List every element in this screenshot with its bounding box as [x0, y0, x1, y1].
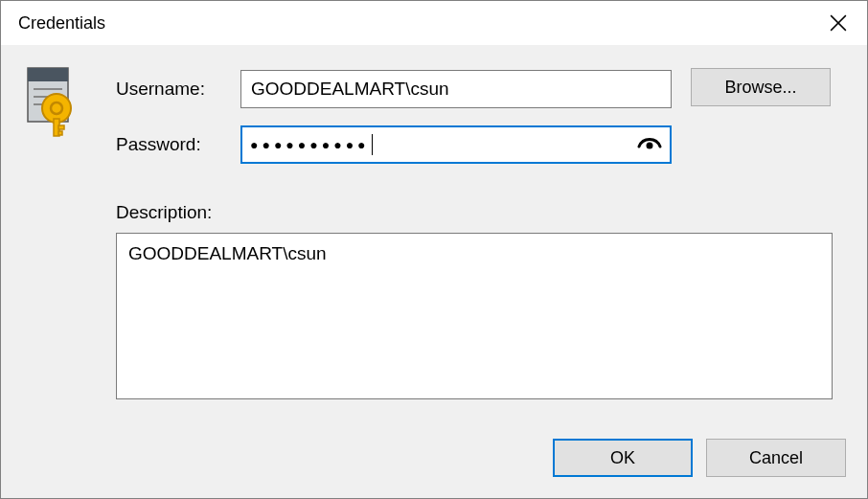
- close-button[interactable]: [810, 1, 867, 45]
- dialog-buttons: OK Cancel: [553, 439, 846, 477]
- svg-rect-11: [58, 131, 62, 135]
- username-label: Username:: [116, 79, 240, 100]
- credentials-dialog: Credentials Use: [0, 0, 868, 499]
- reveal-password-icon[interactable]: [637, 133, 662, 157]
- username-input[interactable]: [240, 70, 672, 108]
- browse-button[interactable]: Browse...: [691, 68, 831, 106]
- svg-rect-3: [28, 68, 68, 81]
- description-textarea[interactable]: GOODDEALMART\csun: [116, 233, 833, 399]
- titlebar: Credentials: [1, 1, 867, 45]
- svg-point-12: [647, 142, 653, 148]
- dialog-title: Credentials: [18, 13, 810, 34]
- text-cursor: [372, 134, 373, 155]
- close-icon: [830, 14, 847, 32]
- password-label: Password:: [116, 134, 240, 155]
- description-label: Description:: [116, 202, 212, 223]
- dialog-body: Username: Password: ●●●●●●●●●● Browse...: [1, 45, 867, 498]
- password-mask: ●●●●●●●●●●: [250, 134, 637, 155]
- password-input[interactable]: ●●●●●●●●●●: [240, 125, 672, 164]
- ok-button[interactable]: OK: [553, 439, 693, 477]
- cancel-button[interactable]: Cancel: [706, 439, 846, 477]
- svg-rect-10: [58, 125, 64, 129]
- credentials-key-icon: [22, 66, 91, 144]
